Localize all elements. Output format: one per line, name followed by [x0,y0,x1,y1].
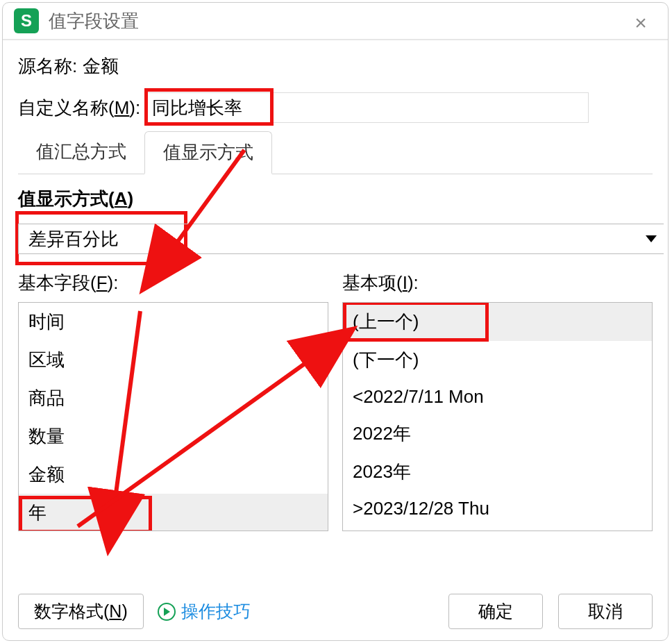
dialog-title: 值字段设置 [49,9,139,33]
tabs: 值汇总方式 值显示方式 [18,131,653,174]
list-item[interactable]: 区域 [19,341,328,379]
list-item[interactable]: 2023年 [343,453,652,491]
tab-display[interactable]: 值显示方式 [144,131,272,174]
app-icon: S [14,8,39,33]
tips-link[interactable]: 操作技巧 [158,600,251,623]
custom-name-input[interactable] [144,92,589,123]
base-item-label: 基本项(I): [342,271,653,295]
footer-buttons: 确定 取消 [448,594,653,629]
tab-summary[interactable]: 值汇总方式 [18,131,144,174]
base-item-listbox[interactable]: (上一个)(下一个)<2022/7/11 Mon2022年2023年>2023/… [342,302,653,531]
dialog-footer: 数字格式(N) 操作技巧 确定 取消 [3,594,668,629]
value-field-settings-dialog: S 值字段设置 × 源名称: 金额 自定义名称(M): 值汇总方式 值显示方式 … [2,2,669,641]
display-mode-value: 差异百分比 [28,227,119,251]
display-mode-dropdown-wrap: 差异百分比 [18,224,653,254]
ok-button[interactable]: 确定 [448,594,543,629]
list-item[interactable]: 2022年 [343,415,652,453]
list-item[interactable]: >2023/12/28 Thu [343,491,652,526]
tips-text: 操作技巧 [181,600,251,623]
list-item[interactable]: <2022/7/11 Mon [343,379,652,415]
list-item[interactable]: 年 [19,494,328,531]
number-format-button[interactable]: 数字格式(N) [18,594,144,629]
dialog-content: 源名称: 金额 自定义名称(M): 值汇总方式 值显示方式 值显示方式(A) 差… [3,40,668,531]
play-icon [158,603,176,621]
custom-name-row: 自定义名称(M): [18,92,653,123]
source-row: 源名称: 金额 [18,54,653,78]
close-button[interactable]: × [629,11,653,35]
display-mode-label: 值显示方式(A) [18,187,653,211]
base-field-listbox[interactable]: 时间区域商品数量金额年 [18,302,328,531]
custom-name-label: 自定义名称(M): [18,96,140,120]
chevron-down-icon [646,235,657,242]
title-bar: S 值字段设置 × [3,3,668,40]
list-item[interactable]: 数量 [19,417,328,456]
base-field-label: 基本字段(F): [18,271,328,295]
display-mode-dropdown[interactable]: 差异百分比 [18,224,664,254]
list-item[interactable]: 商品 [19,379,328,417]
list-item[interactable]: 时间 [19,303,328,341]
list-item[interactable]: (下一个) [343,341,652,379]
cancel-button[interactable]: 取消 [558,594,653,629]
list-item[interactable]: (上一个) [343,303,652,341]
source-name-label: 源名称: [18,54,77,78]
lists-row: 基本字段(F): 时间区域商品数量金额年 基本项(I): (上一个)(下一个)<… [18,267,653,531]
close-icon: × [635,11,647,34]
list-item[interactable]: 金额 [19,456,328,494]
source-name-value: 金额 [83,54,119,78]
